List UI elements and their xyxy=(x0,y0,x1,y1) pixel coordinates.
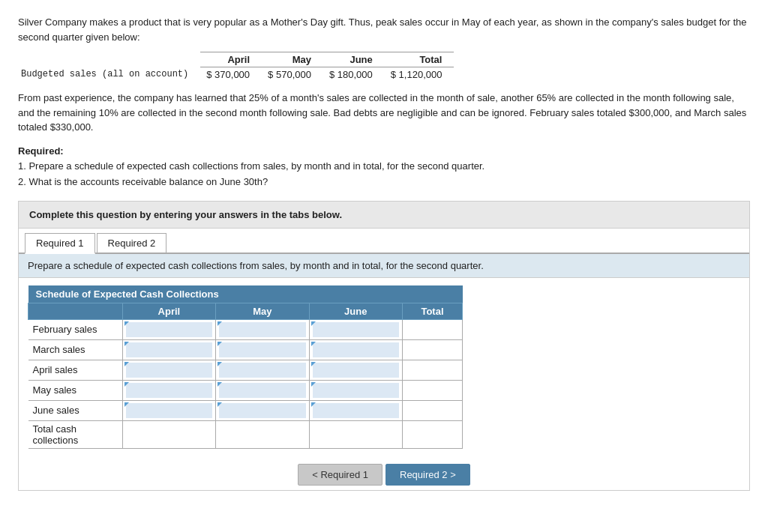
budget-label: Budgeted sales (all on account) xyxy=(18,67,200,82)
cell-apr-total xyxy=(402,360,462,380)
cell-mar-may[interactable] xyxy=(216,339,309,360)
input-mar-april[interactable] xyxy=(126,342,212,357)
input-may-april[interactable] xyxy=(126,383,212,398)
budget-june: $ 180,000 xyxy=(323,67,385,82)
cell-feb-may[interactable] xyxy=(216,319,309,339)
cell-total-may xyxy=(216,420,309,448)
input-total-april[interactable] xyxy=(126,423,212,446)
schedule-area: Schedule of Expected Cash Collections Ap… xyxy=(19,278,749,456)
cell-may-june[interactable] xyxy=(309,380,402,400)
input-mar-may[interactable] xyxy=(219,342,305,357)
budget-april: $ 370,000 xyxy=(200,67,262,82)
required-item-1: 1. Prepare a schedule of expected cash c… xyxy=(18,159,750,175)
table-row: February sales xyxy=(28,319,463,339)
row-label-june: June sales xyxy=(28,400,123,420)
input-mar-june[interactable] xyxy=(313,342,399,357)
tab-required1[interactable]: Required 1 xyxy=(25,233,95,254)
total-row: Total cash collections xyxy=(28,420,463,448)
budget-header-april: April xyxy=(200,52,262,67)
cell-may-april[interactable] xyxy=(122,380,215,400)
schedule-header-total: Total xyxy=(402,303,462,319)
input-feb-april[interactable] xyxy=(126,322,212,337)
budget-may: $ 570,000 xyxy=(262,67,323,82)
cell-jun-total xyxy=(402,400,462,420)
tab-instruction: Prepare a schedule of expected cash coll… xyxy=(19,254,749,278)
schedule-table: Schedule of Expected Cash Collections Ap… xyxy=(28,285,463,449)
complete-box-text: Complete this question by entering your … xyxy=(29,209,342,220)
input-jun-april[interactable] xyxy=(126,403,212,418)
input-apr-june[interactable] xyxy=(313,363,399,378)
required-section: Required: 1. Prepare a schedule of expec… xyxy=(18,144,750,190)
budget-header-june: June xyxy=(323,52,385,67)
cell-jun-june[interactable] xyxy=(309,400,402,420)
complete-box: Complete this question by entering your … xyxy=(18,201,750,229)
budget-header-total: Total xyxy=(385,52,454,67)
cell-feb-june[interactable] xyxy=(309,319,402,339)
table-row: April sales xyxy=(28,360,463,380)
budget-total: $ 1,120,000 xyxy=(385,67,454,82)
schedule-header-june: June xyxy=(309,303,402,319)
tab-required2[interactable]: Required 2 xyxy=(97,233,167,253)
cell-jun-april[interactable] xyxy=(122,400,215,420)
input-feb-june[interactable] xyxy=(313,322,399,337)
required-label: Required: xyxy=(18,145,64,157)
input-feb-may[interactable] xyxy=(219,322,305,337)
cell-mar-total xyxy=(402,339,462,360)
budget-table: April May June Total Budgeted sales (all… xyxy=(18,52,454,82)
table-row: June sales xyxy=(28,400,463,420)
cell-feb-april[interactable] xyxy=(122,319,215,339)
row-label-february: February sales xyxy=(28,319,123,339)
table-row: May sales xyxy=(28,380,463,400)
next-button[interactable]: Required 2 > xyxy=(386,464,470,486)
tab-content: Prepare a schedule of expected cash coll… xyxy=(19,254,749,490)
cell-may-total xyxy=(402,380,462,400)
schedule-header-may: May xyxy=(216,303,309,319)
tabs-container: Required 1 Required 2 Prepare a schedule… xyxy=(18,229,750,491)
required-item-2: 2. What is the accounts receivable balan… xyxy=(18,175,750,190)
intro-paragraph2: From past experience, the company has le… xyxy=(18,91,750,135)
tabs-bar: Required 1 Required 2 xyxy=(19,229,749,254)
intro-paragraph1: Silver Company makes a product that is v… xyxy=(18,15,750,44)
prev-button[interactable]: < Required 1 xyxy=(298,464,382,486)
cell-total-june xyxy=(309,420,402,448)
input-apr-may[interactable] xyxy=(219,363,305,378)
row-label-april: April sales xyxy=(28,360,123,380)
row-label-may: May sales xyxy=(28,380,123,400)
cell-feb-total xyxy=(402,319,462,339)
row-label-march: March sales xyxy=(28,339,123,360)
nav-buttons: < Required 1 Required 2 > xyxy=(19,456,749,490)
cell-apr-june[interactable] xyxy=(309,360,402,380)
input-total-june[interactable] xyxy=(313,423,399,446)
cell-apr-april[interactable] xyxy=(122,360,215,380)
cell-mar-april[interactable] xyxy=(122,339,215,360)
schedule-title: Schedule of Expected Cash Collections xyxy=(28,285,463,303)
cell-jun-may[interactable] xyxy=(216,400,309,420)
input-jun-june[interactable] xyxy=(313,403,399,418)
cell-total-april xyxy=(122,420,215,448)
input-jun-may[interactable] xyxy=(219,403,305,418)
budget-header-may: May xyxy=(262,52,323,67)
cell-apr-may[interactable] xyxy=(216,360,309,380)
cell-mar-june[interactable] xyxy=(309,339,402,360)
input-may-may[interactable] xyxy=(219,383,305,398)
input-total-may[interactable] xyxy=(219,423,305,446)
cell-may-may[interactable] xyxy=(216,380,309,400)
table-row: March sales xyxy=(28,339,463,360)
cell-total-total xyxy=(402,420,462,448)
total-row-label: Total cash collections xyxy=(28,420,123,448)
input-apr-april[interactable] xyxy=(126,363,212,378)
schedule-header-april: April xyxy=(122,303,215,319)
schedule-header-label xyxy=(28,303,123,319)
input-may-june[interactable] xyxy=(313,383,399,398)
